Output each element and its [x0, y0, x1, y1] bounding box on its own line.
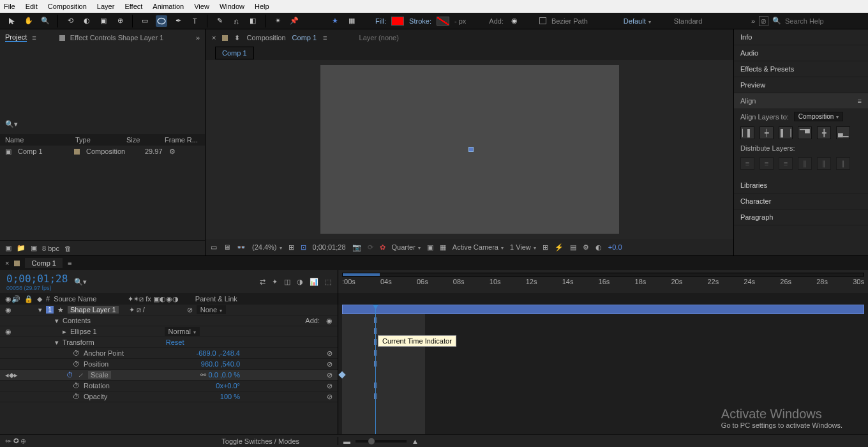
stroke-swatch[interactable]: [437, 17, 449, 26]
fill-label[interactable]: Fill:: [375, 17, 386, 25]
add-menu-icon[interactable]: ◉: [509, 15, 520, 27]
expr-scale-icon[interactable]: ⊘: [327, 371, 333, 379]
region-icon[interactable]: ▣: [427, 243, 433, 252]
timeline-icon[interactable]: ▤: [570, 243, 576, 252]
add-contents-icon[interactable]: ◉: [326, 317, 333, 325]
effect-controls-tab[interactable]: Effect Controls Shape Layer 1: [70, 34, 164, 42]
workspace-standard[interactable]: Standard: [674, 17, 703, 25]
draft3d-icon[interactable]: ⬚: [325, 278, 331, 286]
exposure-reset-icon[interactable]: ◐: [595, 243, 602, 252]
ellipse-tool-icon[interactable]: [156, 15, 167, 27]
timeline-tab[interactable]: Comp 1: [25, 258, 63, 268]
val-rotation[interactable]: 0x+0.0°: [216, 382, 240, 390]
pan-behind-tool-icon[interactable]: ⊕: [114, 15, 126, 27]
graph-scale-icon[interactable]: ⟋: [77, 371, 84, 379]
pen-tool-icon[interactable]: ✒: [172, 15, 184, 27]
zoom-value[interactable]: (24.4%): [252, 243, 282, 251]
project-tab[interactable]: Project: [5, 33, 27, 42]
sync-icon[interactable]: ⎚: [759, 16, 768, 26]
stopwatch-anchor-icon[interactable]: ⏱: [73, 349, 80, 357]
render-queue-icon[interactable]: ⬰ ✪ ⊕: [5, 437, 26, 445]
snapshot-icon[interactable]: 📷: [352, 243, 361, 252]
parent-pick-icon[interactable]: ⊘: [187, 306, 193, 314]
motion-blur-icon[interactable]: ◑: [297, 278, 303, 286]
label-col-icon[interactable]: ◆: [37, 295, 42, 303]
stopwatch-opacity-icon[interactable]: ⏱: [73, 393, 80, 400]
new-comp-icon[interactable]: ▣: [31, 244, 37, 252]
expr-anchor-icon[interactable]: ⊘: [327, 349, 333, 358]
stopwatch-position-icon[interactable]: ⏱: [73, 360, 80, 368]
time-ruler[interactable]: :00s 04s 06s 08s 10s 12s 14s 16s 18s 20s…: [342, 278, 864, 285]
trash-icon[interactable]: 🗑: [64, 245, 71, 252]
zoom-slider[interactable]: [355, 440, 407, 443]
grid-toggle-icon[interactable]: ⊡: [301, 243, 306, 252]
panel-audio[interactable]: Audio: [734, 45, 868, 61]
viewer[interactable]: [206, 60, 733, 239]
pixel-icon[interactable]: ⊞: [542, 243, 548, 252]
brush-tool-icon[interactable]: ✎: [214, 15, 225, 27]
selection-tool-icon[interactable]: [6, 15, 18, 27]
close-tab-icon[interactable]: ×: [212, 34, 216, 42]
zoom-in-icon[interactable]: ▲: [412, 437, 419, 445]
toggle-switches-button[interactable]: Toggle Switches / Modes: [221, 437, 299, 445]
source-name-col[interactable]: Source Name: [54, 295, 124, 303]
mask-icon[interactable]: 👓: [237, 243, 246, 252]
panel-overflow-icon[interactable]: »: [196, 34, 200, 42]
flowchart-mini-icon[interactable]: ⬍: [234, 34, 240, 42]
layer-name[interactable]: Shape Layer 1: [68, 306, 119, 314]
reset-button[interactable]: Reset: [166, 338, 184, 346]
project-search[interactable]: 🔍▾: [5, 120, 18, 128]
twirl-ellipse-icon[interactable]: ▸: [63, 328, 66, 336]
val-opacity[interactable]: 100 %: [220, 393, 240, 400]
hand-tool-icon[interactable]: ✋: [23, 15, 34, 27]
blend-dropdown[interactable]: Normal: [165, 327, 200, 336]
roto-tool-icon[interactable]: ✴: [272, 15, 283, 27]
eye-icon[interactable]: ◉: [5, 306, 11, 314]
shy-icon[interactable]: ✦: [272, 278, 278, 286]
panel-effects[interactable]: Effects & Presets: [734, 61, 868, 77]
align-right-icon[interactable]: ▌▕: [779, 126, 793, 139]
prop-position[interactable]: Position: [84, 360, 108, 368]
current-timecode[interactable]: 0;00;01;28: [6, 273, 68, 285]
exposure-value[interactable]: +0.0: [608, 243, 622, 251]
col-type[interactable]: Type: [75, 136, 114, 144]
overflow-icon[interactable]: »: [751, 17, 755, 25]
align-to-dropdown[interactable]: Composition: [794, 112, 844, 121]
menu-file[interactable]: File: [4, 3, 15, 10]
switches-cell[interactable]: ✦ ⧄ /: [129, 306, 145, 314]
rotate-tool-icon[interactable]: ◐: [81, 15, 93, 27]
align-vcenter-icon[interactable]: ╋: [817, 126, 831, 139]
prop-anchor[interactable]: Anchor Point: [84, 349, 124, 357]
bpc-label[interactable]: 8 bpc: [42, 245, 59, 252]
magnify-icon[interactable]: ▭: [211, 243, 217, 252]
ellipse-label[interactable]: Ellipse 1: [70, 328, 97, 335]
col-size[interactable]: Size: [126, 136, 152, 144]
layer-bar[interactable]: [342, 305, 864, 314]
resolution-icon[interactable]: 🖥: [223, 243, 230, 251]
align-left-icon[interactable]: ▏▌: [740, 126, 754, 139]
layer-row[interactable]: ◉ ▾ 1 ★ Shape Layer 1 ✦ ⧄ / ⊘ None: [0, 305, 338, 315]
channels-icon[interactable]: ✿: [380, 243, 385, 252]
menu-window[interactable]: Window: [220, 3, 244, 10]
twirl-contents-icon[interactable]: ▾: [55, 317, 59, 325]
fill-swatch[interactable]: [391, 17, 404, 26]
val-scale[interactable]: 0.0 ,0.0 %: [208, 371, 240, 379]
search-input[interactable]: [785, 17, 862, 25]
star-icon[interactable]: ★: [329, 15, 341, 27]
menu-composition[interactable]: Composition: [48, 3, 87, 10]
graph-icon[interactable]: 📊: [310, 278, 318, 286]
lock-col-icon[interactable]: 🔒: [24, 295, 33, 303]
contents-label[interactable]: Contents: [63, 317, 91, 324]
camera-dropdown[interactable]: Active Camera: [453, 243, 504, 251]
show-snapshot-icon[interactable]: ⟳: [368, 243, 373, 252]
viewer-time[interactable]: 0;00;01;28: [313, 243, 346, 251]
prop-opacity[interactable]: Opacity: [84, 393, 107, 400]
stroke-label[interactable]: Stroke:: [409, 17, 431, 25]
clone-tool-icon[interactable]: ⎌: [230, 15, 242, 27]
camera-tool-icon[interactable]: ▣: [98, 15, 109, 27]
project-tab-menu-icon[interactable]: ≡: [32, 34, 36, 42]
panel-libraries[interactable]: Libraries: [734, 178, 868, 193]
frame-blend-icon[interactable]: ◫: [284, 278, 290, 286]
work-area-bar[interactable]: [342, 273, 864, 277]
flowchart-icon[interactable]: ⚙: [169, 148, 176, 156]
